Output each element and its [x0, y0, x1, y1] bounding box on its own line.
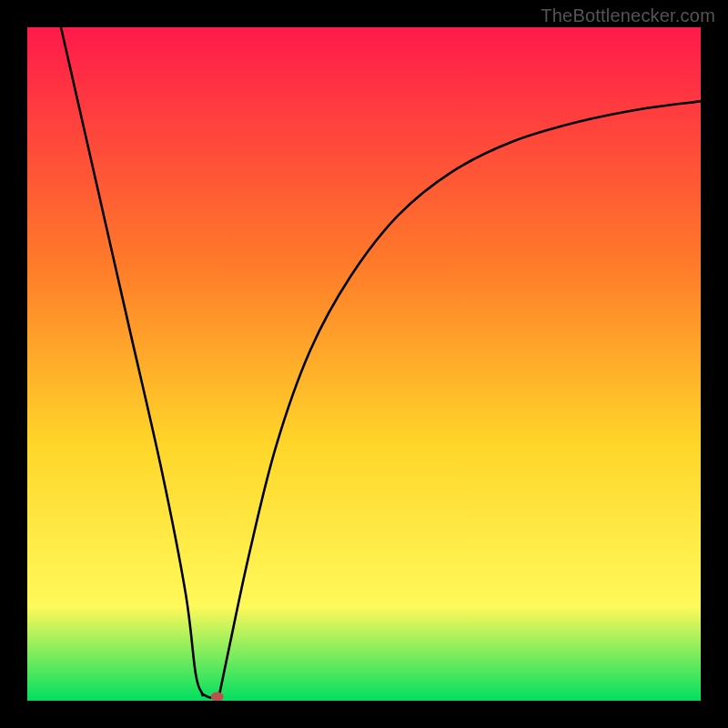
- plot-area: [27, 27, 701, 701]
- chart-svg: [27, 27, 701, 701]
- gradient-background: [27, 27, 701, 701]
- attribution-text: TheBottlenecker.com: [541, 5, 715, 26]
- chart-frame: TheBottlenecker.com: [0, 0, 728, 728]
